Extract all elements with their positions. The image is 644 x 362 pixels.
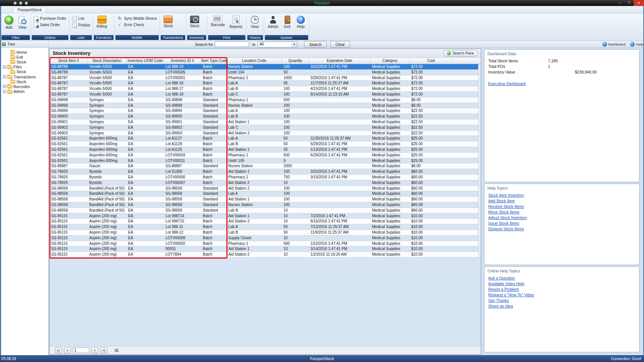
- tree-item-barcodes[interactable]: Barcodes: [0, 84, 48, 89]
- ribbon-button-error-check[interactable]: Error Check: [117, 22, 145, 27]
- grid-row[interactable]: SS-88787Vicodin 5/500EALot 988-17BatchLa…: [50, 86, 481, 92]
- grid-row[interactable]: SS-98558BandAid (Pack of 50)EASS-98558St…: [50, 186, 481, 191]
- online-help-link-available-video-help[interactable]: Available Video Help: [484, 281, 639, 286]
- grid-row[interactable]: SS-88788Vicodin 5/503EALot 988-19BatchNu…: [50, 64, 481, 70]
- grid-row[interactable]: SS-88787Vicodin 5/500EALot 988-16BatchLa…: [50, 81, 481, 86]
- search-button[interactable]: Search: [304, 41, 327, 47]
- grid-row[interactable]: SS-78925BystolicEALOT#00007BatchAid Stat…: [50, 180, 481, 186]
- tree-item-stock[interactable]: Stock: [0, 79, 48, 84]
- grid-row[interactable]: SS-78925BystolicEALot 51368BatchAid Stat…: [50, 169, 481, 175]
- ribbon-button-purchase-order[interactable]: Purchase Order: [33, 16, 67, 21]
- column-header-location-code[interactable]: Location Code: [227, 58, 282, 64]
- column-header-quantity[interactable]: Quantity: [282, 58, 309, 64]
- ribbon-button-view[interactable]: View: [16, 15, 29, 30]
- tree-item-files[interactable]: Files: [0, 65, 48, 69]
- ribbon-button-barcode[interactable]: Barcode: [209, 15, 227, 27]
- grid-row[interactable]: SS-92561ibuprofen 600mgEALot A1127BatchL…: [50, 136, 481, 141]
- help-topic-link-receive-stock-items[interactable]: Receive Stock Items: [484, 203, 639, 209]
- grid-row[interactable]: SS-99898SyringesEASS-99898StandardPharma…: [50, 97, 481, 103]
- tree-item-stock[interactable]: Stock: [0, 69, 48, 74]
- grid-row[interactable]: SS-99901SyringesEASS-99901StandardAid St…: [50, 119, 481, 125]
- grid-row[interactable]: SS-95115Aspirin (200 mg)EALOT#00002Batch…: [50, 241, 481, 247]
- online-help-link-report-a-problem[interactable]: Report a Problem: [484, 286, 639, 292]
- first-page-button[interactable]: |<: [55, 347, 62, 353]
- help-topic-link-dispose-stock-items[interactable]: Dispose Stock Items: [484, 226, 639, 231]
- tree-item-admin[interactable]: Admin: [0, 89, 48, 94]
- column-header-category[interactable]: Category: [371, 58, 410, 64]
- page-number-input[interactable]: [73, 347, 89, 353]
- minimize-icon[interactable]: [616, 0, 625, 6]
- tree-item-stock[interactable]: Stock: [0, 59, 48, 64]
- column-header-inventory-id[interactable]: Inventory ID #: [164, 58, 201, 64]
- help-topic-link-issue-stock-items[interactable]: Issue Stock Items: [484, 220, 639, 226]
- column-header-item-type-code[interactable]: Item Type Code: [201, 58, 227, 64]
- column-header-expiration-date[interactable]: Expiration Date: [309, 58, 371, 64]
- ribbon-button-view[interactable]: View: [248, 15, 261, 29]
- last-page-button[interactable]: >|: [100, 347, 107, 353]
- ribbon-button-add[interactable]: Add: [3, 15, 15, 30]
- grid-row[interactable]: SS-88887GauzeEASS-88887StandardNurses St…: [50, 163, 481, 169]
- help-topic-link-move-stock-items[interactable]: Move Stock Items: [484, 209, 639, 215]
- dashboard-button[interactable]: Dashboard: [602, 42, 625, 47]
- tab-passportstock[interactable]: PassportStock: [13, 7, 46, 13]
- tree-item-home[interactable]: Home: [0, 50, 48, 54]
- grid-row[interactable]: SS-78925BystolicEALOT#00000BatchPharmacy…: [50, 175, 481, 180]
- grid-row[interactable]: SS-99898SyringesEASS-99898StandardNurses…: [50, 103, 481, 109]
- ribbon-button-sales-order[interactable]: Sales Order: [33, 22, 61, 27]
- grid-row[interactable]: SS-98558BandAid (Pack of 50)EASS-98558St…: [50, 197, 481, 202]
- ribbon-button-admin[interactable]: Admin: [266, 15, 280, 29]
- ribbon-button-reports[interactable]: Reports: [227, 15, 244, 29]
- online-help-link-ask-a-question[interactable]: Ask a Question: [484, 275, 639, 281]
- grid-row[interactable]: SS-98558BandAid (Pack of 50)EASS-98558St…: [50, 202, 481, 208]
- grid-row[interactable]: SS-99903SyringesEASS-99903StandardAid St…: [50, 131, 481, 136]
- close-icon[interactable]: [634, 0, 644, 6]
- tree-item-transactions[interactable]: Transactions: [0, 74, 48, 79]
- next-page-button[interactable]: >: [91, 347, 98, 353]
- grid-row[interactable]: SS-95115Aspirin (200 mg)EALot 998715Batc…: [50, 219, 481, 224]
- ribbon-button-kitting[interactable]: Kitting: [95, 15, 109, 29]
- ribbon-button-help[interactable]: Help: [294, 15, 307, 29]
- expand-icon[interactable]: [3, 85, 6, 88]
- search-input[interactable]: [215, 41, 249, 47]
- grid-row[interactable]: SS-99902SyringesEASS-99902StandardLab C1…: [50, 125, 481, 131]
- grid-row[interactable]: SS-92561ibuprofen 600mgEALot A1125BatchA…: [50, 147, 481, 153]
- grid-row[interactable]: SS-99900SyringesEASS-99900StandardLab B1…: [50, 114, 481, 119]
- tree-item-exit[interactable]: Exit: [0, 54, 48, 59]
- ribbon-button-list[interactable]: List: [71, 16, 85, 21]
- search-pane-button[interactable]: Search Pane: [443, 50, 478, 56]
- ribbon-button-exit[interactable]: Exit: [281, 15, 294, 29]
- grid-row[interactable]: SS-92561ibuprofen 600mgEALOT#00011BatchU…: [50, 158, 481, 164]
- grid-row[interactable]: SS-88788Vicodin 5/503EALOT#00005BatchUni…: [50, 70, 481, 75]
- executive-dashboard-link[interactable]: Executive Dashboard: [484, 81, 639, 86]
- ribbon-button-sync-mobile-device[interactable]: Sync Mobile Device: [117, 16, 158, 21]
- expand-icon[interactable]: [3, 75, 6, 78]
- grid-row[interactable]: SS-88787Vicodin 5/500EALot 988-18BatchLa…: [50, 92, 481, 97]
- column-header-stock-item[interactable]: Stock Item #: [50, 58, 88, 64]
- help-topic-link-adjust-stock-inventory[interactable]: Adjust Stock Inventory: [484, 215, 639, 220]
- grid-row[interactable]: SS-98558BandAid (Pack of 50)EASS-98558St…: [50, 208, 481, 213]
- grid-row[interactable]: SS-95115Aspirin (200 mg)EALot 998714Batc…: [50, 213, 481, 219]
- column-header-inventory-uom-code[interactable]: Inventory UOM Code: [127, 58, 164, 64]
- column-header-stock-description[interactable]: Stock Description: [88, 58, 127, 64]
- ribbon-button-picklist[interactable]: Picklist: [71, 23, 91, 28]
- ribbon-button-stock[interactable]: Stock: [162, 15, 175, 28]
- previous-page-button[interactable]: <: [64, 347, 71, 353]
- grid-row[interactable]: SS-95115Aspirin (200 mg)EALOT#00009Batch…: [50, 235, 481, 241]
- grid-row[interactable]: SS-95115Aspirin (200 mg)EA00001BatchAid …: [50, 246, 481, 252]
- ribbon-button-stock[interactable]: Stock: [188, 15, 201, 28]
- grid-row[interactable]: SS-95115Aspirin (200 mg)EALot 988-12Batc…: [50, 230, 481, 235]
- grid-row[interactable]: SS-98558BandAid (Pack of 50)EASS-98558St…: [50, 191, 481, 197]
- help-button[interactable]: Help: [630, 42, 643, 47]
- search-scope-dropdown[interactable]: All: [258, 41, 297, 47]
- column-header-cost[interactable]: Cost: [410, 58, 453, 64]
- clear-button[interactable]: Clear: [330, 41, 350, 47]
- online-help-link-share-an-idea[interactable]: Share an Idea: [484, 303, 639, 309]
- maximize-icon[interactable]: [625, 0, 634, 6]
- grid-row[interactable]: SS-92561ibuprofen 600mgEALot A1128BatchL…: [50, 141, 481, 147]
- grid-scrollbar[interactable]: [478, 64, 481, 258]
- online-help-link-request-a-how-to-video[interactable]: Request a "How To" Video: [484, 292, 639, 297]
- help-topic-link-add-stock-item[interactable]: Add Stock Item: [484, 198, 639, 203]
- help-topic-link-stock-item-inventory[interactable]: Stock Item Inventory: [484, 192, 639, 198]
- expand-icon[interactable]: [3, 90, 6, 93]
- grid-row[interactable]: SS-95115Aspirin (200 mg)EALOT7894BatchAi…: [50, 252, 481, 258]
